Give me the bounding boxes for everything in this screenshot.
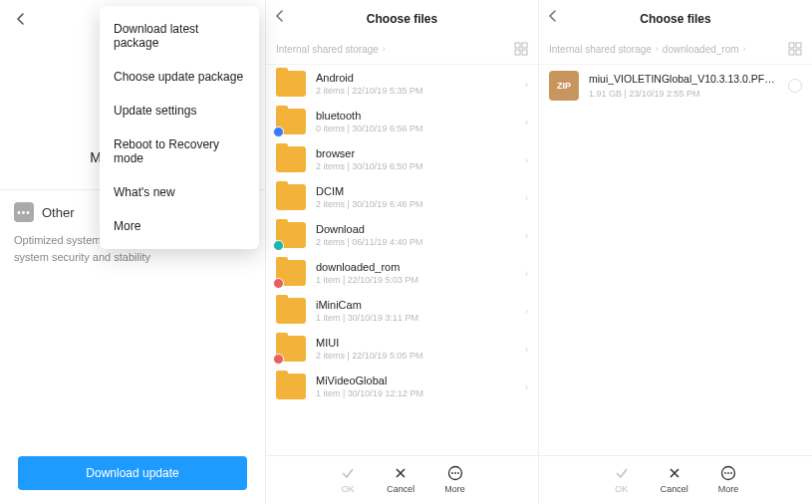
file-picker-root: Choose files Internal shared storage › A… <box>266 0 539 504</box>
folder-row[interactable]: MiVideoGlobal1 item | 30/10/19 12:12 PM› <box>266 368 538 405</box>
breadcrumb-item[interactable]: downloaded_rom <box>663 44 739 55</box>
menu-update-settings[interactable]: Update settings <box>100 94 259 127</box>
file-name: MIUI <box>316 337 515 349</box>
svg-point-6 <box>454 472 456 474</box>
svg-point-13 <box>724 472 726 474</box>
file-name: MiVideoGlobal <box>316 375 515 386</box>
menu-choose-package[interactable]: Choose update package <box>100 60 259 94</box>
chevron-right-icon: › <box>383 44 386 54</box>
file-subtext: 2 items | 22/10/19 5:05 PM <box>316 351 515 361</box>
chevron-right-icon: › <box>525 79 528 90</box>
chevron-right-icon: › <box>743 44 746 54</box>
folder-icon <box>276 146 306 172</box>
cancel-button[interactable]: Cancel <box>661 464 688 494</box>
badge-icon <box>273 354 284 365</box>
file-name: downloaded_rom <box>316 261 515 273</box>
folder-row[interactable]: iMiniCam1 item | 30/10/19 3:11 PM› <box>266 292 538 330</box>
breadcrumb-item[interactable]: Internal shared storage <box>549 44 652 55</box>
select-radio[interactable] <box>788 79 802 93</box>
svg-point-15 <box>730 472 732 474</box>
file-subtext: 0 items | 30/10/19 6:56 PM <box>316 124 515 133</box>
folder-icon <box>276 109 306 134</box>
menu-reboot-recovery[interactable]: Reboot to Recovery mode <box>100 127 259 175</box>
svg-rect-2 <box>515 50 520 55</box>
svg-rect-1 <box>522 43 527 48</box>
bottom-toolbar: OK Cancel More <box>266 455 538 504</box>
file-row-zip[interactable]: ZIP miui_VIOLETINGlobal_V10.3.13.0.PFHIN… <box>539 65 812 107</box>
file-subtext: 1 item | 30/10/19 12:12 PM <box>316 388 515 398</box>
menu-more[interactable]: More <box>100 209 259 243</box>
folder-icon <box>276 336 306 362</box>
dots-icon: ••• <box>14 202 34 222</box>
menu-download-latest[interactable]: Download latest package <box>100 12 259 60</box>
file-list: Android2 items | 22/10/19 5:35 PM›blueto… <box>266 65 538 455</box>
folder-row[interactable]: bluetooth0 items | 30/10/19 6:56 PM› <box>266 103 538 140</box>
file-name: browser <box>316 147 515 159</box>
more-icon <box>719 464 737 482</box>
chevron-right-icon: › <box>525 344 528 355</box>
check-icon <box>613 464 631 482</box>
cancel-button[interactable]: Cancel <box>387 464 414 494</box>
badge-icon <box>273 240 284 251</box>
back-button[interactable] <box>12 10 30 28</box>
svg-rect-9 <box>796 43 801 48</box>
svg-point-7 <box>457 472 459 474</box>
grid-view-icon[interactable] <box>788 42 802 56</box>
update-panel: Download latest package Choose update pa… <box>0 0 266 504</box>
more-button[interactable]: More <box>444 464 465 494</box>
back-button[interactable] <box>547 10 559 22</box>
folder-row[interactable]: MIUI2 items | 22/10/19 5:05 PM› <box>266 330 538 368</box>
breadcrumb[interactable]: Internal shared storage › <box>266 38 538 65</box>
file-subtext: 2 items | 22/10/19 5:35 PM <box>316 86 515 96</box>
badge-icon <box>273 278 284 289</box>
check-icon <box>339 464 357 482</box>
file-name: Android <box>316 72 515 84</box>
file-name: bluetooth <box>316 110 515 122</box>
folder-icon <box>276 374 306 399</box>
bottom-toolbar: OK Cancel More <box>539 455 812 504</box>
chevron-right-icon: › <box>525 306 528 317</box>
zip-icon: ZIP <box>549 71 579 101</box>
folder-row[interactable]: browser2 items | 30/10/19 6:50 PM› <box>266 140 538 178</box>
menu-whats-new[interactable]: What's new <box>100 175 259 209</box>
ok-button: OK <box>613 464 631 494</box>
badge-icon <box>273 126 284 137</box>
more-button[interactable]: More <box>718 464 739 494</box>
close-icon <box>666 464 683 482</box>
breadcrumb-item[interactable]: Internal shared storage <box>276 44 379 55</box>
ok-button: OK <box>339 464 357 494</box>
file-name: DCIM <box>316 185 515 197</box>
file-list: ZIP miui_VIOLETINGlobal_V10.3.13.0.PFHIN… <box>539 65 812 455</box>
folder-icon <box>276 71 306 97</box>
folder-row[interactable]: downloaded_rom1 item | 22/10/19 5:03 PM› <box>266 254 538 292</box>
file-name: Download <box>316 223 515 235</box>
file-name: iMiniCam <box>316 299 515 311</box>
context-menu: Download latest package Choose update pa… <box>100 6 259 249</box>
folder-row[interactable]: DCIM2 items | 30/10/19 6:46 PM› <box>266 178 538 216</box>
more-icon <box>446 464 464 482</box>
folder-icon <box>276 184 306 210</box>
file-subtext: 1 item | 30/10/19 3:11 PM <box>316 313 515 323</box>
close-icon <box>392 464 409 482</box>
breadcrumb[interactable]: Internal shared storage › downloaded_rom… <box>539 38 812 65</box>
svg-rect-11 <box>796 50 801 55</box>
file-subtext: 2 items | 30/10/19 6:46 PM <box>316 199 515 209</box>
folder-row[interactable]: Android2 items | 22/10/19 5:35 PM› <box>266 65 538 103</box>
folder-icon <box>276 298 306 324</box>
download-update-button[interactable]: Download update <box>18 456 247 490</box>
chevron-right-icon: › <box>525 381 528 392</box>
file-subtext: 1.91 GB | 23/10/19 2:55 PM <box>589 89 778 99</box>
grid-view-icon[interactable] <box>514 42 528 56</box>
panel-title: Choose files <box>367 12 437 26</box>
back-button[interactable] <box>274 10 286 22</box>
chevron-right-icon: › <box>656 44 659 54</box>
chevron-right-icon: › <box>525 117 528 127</box>
chevron-right-icon: › <box>525 154 528 165</box>
svg-point-14 <box>727 472 729 474</box>
folder-row[interactable]: Download2 items | 06/11/19 4:40 PM› <box>266 216 538 254</box>
chevron-right-icon: › <box>525 230 528 241</box>
svg-rect-8 <box>789 43 794 48</box>
chevron-right-icon: › <box>525 192 528 203</box>
folder-icon <box>276 222 306 248</box>
file-picker-folder: Choose files Internal shared storage › d… <box>539 0 812 504</box>
